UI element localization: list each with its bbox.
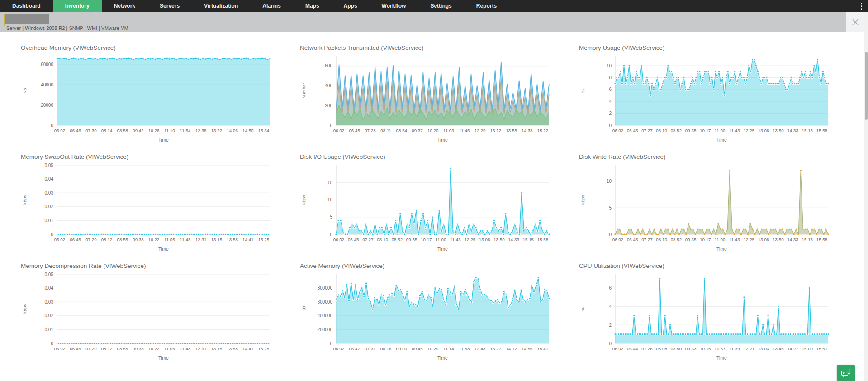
svg-text:06:02: 06:02 (54, 237, 66, 242)
svg-text:13:55: 13:55 (506, 128, 517, 133)
svg-text:10:17: 10:17 (421, 237, 432, 242)
svg-text:06:45: 06:45 (349, 128, 360, 133)
nav-tab-apps[interactable]: Apps (332, 0, 370, 12)
svg-text:14:12: 14:12 (506, 346, 517, 351)
svg-text:06:02: 06:02 (333, 237, 345, 242)
chart-plot-memory-decompression-rate[interactable]: 00.010.020.030.040.0506:0206:4507:2908:1… (20, 270, 275, 362)
svg-text:11:43: 11:43 (729, 237, 740, 242)
svg-text:KB: KB (301, 306, 306, 312)
feedback-chat-icon (840, 368, 852, 379)
svg-text:14:41: 14:41 (242, 237, 254, 242)
svg-text:08:16: 08:16 (380, 346, 392, 351)
svg-text:13:08: 13:08 (479, 237, 490, 242)
chart-plot-active-memory[interactable]: 020000040000060000080000006:0206:4707:31… (299, 270, 555, 362)
svg-text:4: 4 (609, 304, 612, 309)
svg-text:15:15: 15:15 (802, 128, 813, 133)
chart-plot-memory-swapout-rate[interactable]: 00.010.020.030.040.0506:0206:4507:2908:1… (20, 161, 275, 253)
svg-text:08:55: 08:55 (117, 237, 128, 242)
svg-text:13:22: 13:22 (211, 128, 223, 133)
svg-text:400: 400 (325, 83, 332, 88)
svg-text:12:25: 12:25 (744, 237, 755, 242)
svg-text:13:15: 13:15 (211, 346, 223, 351)
nav-tab-settings[interactable]: Settings (418, 0, 464, 12)
nav-tab-maps[interactable]: Maps (293, 0, 332, 12)
svg-text:12:43: 12:43 (474, 346, 486, 351)
chart-plot-disk-io-usage[interactable]: 05101506:0206:4507:2708:1008:5209:3510:1… (299, 161, 555, 253)
svg-text:08:50: 08:50 (671, 346, 682, 351)
svg-text:06:46: 06:46 (70, 128, 81, 133)
svg-text:15:25: 15:25 (258, 346, 270, 351)
svg-text:10:15: 10:15 (700, 346, 711, 351)
svg-text:06:02: 06:02 (333, 346, 345, 351)
chart-plot-cpu-utilization[interactable]: 024606:0206:4407:2608:0808:5009:3310:151… (578, 270, 834, 362)
chart-card-memory-swapout-rate: Memory SwapOut Rate (VIWebService) 00.01… (20, 153, 288, 255)
nav-tab-servers[interactable]: Servers (147, 0, 192, 12)
nav-tab-reports[interactable]: Reports (464, 0, 509, 12)
svg-text:13:08: 13:08 (758, 128, 769, 133)
svg-text:07:29: 07:29 (85, 346, 97, 351)
svg-text:12:31: 12:31 (195, 237, 207, 242)
feedback-button[interactable] (837, 365, 855, 381)
svg-text:8: 8 (609, 75, 612, 80)
svg-text:15:22: 15:22 (537, 128, 549, 133)
nav-tab-network[interactable]: Network (102, 0, 147, 12)
chart-card-disk-io-usage: Disk I/O Usage (VIWebService) 05101506:0… (299, 153, 567, 255)
svg-text:Time: Time (437, 355, 448, 361)
nav-tab-inventory[interactable]: Inventory (53, 0, 102, 12)
svg-text:10:29: 10:29 (427, 346, 439, 351)
svg-text:06:45: 06:45 (70, 346, 81, 351)
chart-plot-memory-usage[interactable]: 024681006:0206:4507:2708:1008:5209:3510:… (578, 52, 834, 144)
svg-text:06:44: 06:44 (627, 346, 638, 351)
close-button[interactable] (846, 12, 864, 32)
svg-text:13:50: 13:50 (493, 237, 505, 242)
nav-tab-virtualization[interactable]: Virtualization (192, 0, 250, 12)
svg-text:10:22: 10:22 (148, 346, 160, 351)
svg-text:08:12: 08:12 (101, 346, 113, 351)
charts-grid: Overhead Memory (VIWebService) 020000400… (0, 32, 868, 364)
svg-text:10:17: 10:17 (700, 128, 711, 133)
svg-text:06:02: 06:02 (612, 346, 624, 351)
svg-text:kBps: kBps (22, 195, 27, 205)
device-breadcrumb: Server | Windows 2008 R2 | SNMP | WMI | … (6, 25, 128, 31)
kebab-menu-icon[interactable] (858, 1, 865, 11)
svg-text:08:10: 08:10 (377, 237, 388, 242)
svg-text:Time: Time (158, 246, 169, 252)
svg-text:14:41: 14:41 (242, 346, 254, 351)
svg-text:2: 2 (609, 111, 612, 116)
svg-text:600000: 600000 (318, 300, 333, 305)
svg-text:09:37: 09:37 (412, 128, 423, 133)
svg-text:12:21: 12:21 (744, 346, 755, 351)
svg-text:13:27: 13:27 (490, 346, 502, 351)
scrollbar-thumb[interactable] (865, 52, 868, 120)
chart-card-memory-usage: Memory Usage (VIWebService) 024681006:02… (578, 44, 846, 146)
nav-tab-alarms[interactable]: Alarms (250, 0, 293, 12)
vertical-scrollbar[interactable] (864, 12, 868, 381)
svg-text:0: 0 (51, 123, 53, 128)
svg-text:Time: Time (158, 355, 169, 361)
svg-text:07:28: 07:28 (365, 128, 376, 133)
svg-text:14:27: 14:27 (787, 346, 798, 351)
chart-title: Memory Decompression Rate (VIWebService) (21, 262, 288, 269)
nav-tab-workflow[interactable]: Workflow (370, 0, 418, 12)
svg-text:0.02: 0.02 (45, 313, 54, 318)
chart-card-network-packets-transmitted: Network Packets Transmitted (VIWebServic… (299, 44, 567, 146)
chart-plot-overhead-memory[interactable]: 020000400006000006:0206:4607:3008:1408:5… (20, 52, 275, 144)
svg-text:Number: Number (301, 83, 306, 99)
svg-text:10: 10 (327, 197, 333, 202)
nav-tab-dashboard[interactable]: Dashboard (0, 0, 53, 12)
svg-text:09:35: 09:35 (406, 237, 417, 242)
svg-text:60000: 60000 (41, 62, 53, 67)
device-name-block (5, 14, 49, 24)
svg-text:10:20: 10:20 (427, 128, 439, 133)
svg-text:07:27: 07:27 (362, 237, 374, 242)
svg-text:10: 10 (607, 63, 612, 68)
chart-card-overhead-memory: Overhead Memory (VIWebService) 020000400… (20, 44, 288, 146)
svg-text:0.03: 0.03 (45, 300, 54, 305)
svg-text:13:45: 13:45 (773, 346, 784, 351)
chart-plot-disk-write-rate[interactable]: 051006:0206:4507:2708:1008:5209:3510:171… (578, 161, 834, 253)
chart-card-cpu-utilization: CPU Utilization (VIWebService) 024606:02… (578, 262, 846, 364)
svg-text:0: 0 (51, 341, 53, 346)
svg-text:14:33: 14:33 (508, 237, 519, 242)
svg-text:06:45: 06:45 (348, 237, 359, 242)
chart-plot-network-packets-transmitted[interactable]: 020040060006:0206:4507:2808:1108:5409:37… (299, 52, 555, 144)
